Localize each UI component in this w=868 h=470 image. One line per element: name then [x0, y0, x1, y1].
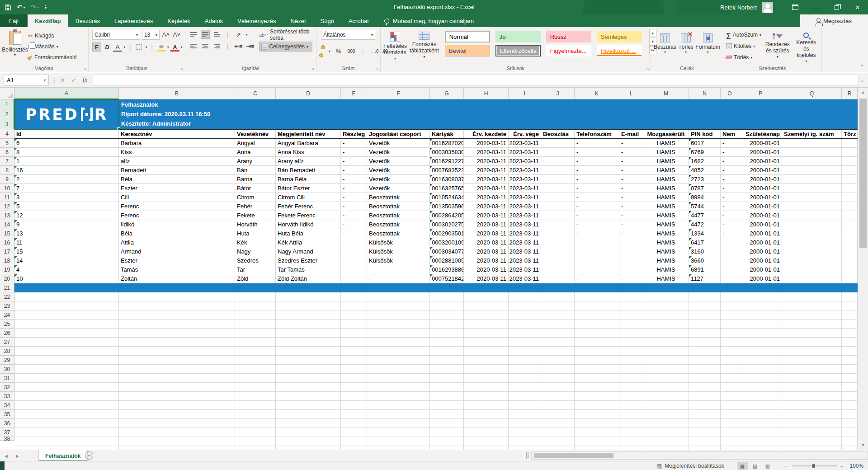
data-cell[interactable]: -: [721, 148, 739, 157]
data-cell[interactable]: Citrom: [235, 193, 276, 202]
data-cell[interactable]: Tar Tamás: [276, 265, 341, 274]
data-cell[interactable]: [782, 175, 842, 184]
data-cell[interactable]: 2023-03-11: [509, 211, 541, 220]
number-format-combo[interactable]: Általános▾: [321, 30, 375, 40]
data-cell[interactable]: Zoltán: [119, 274, 235, 283]
tab-data[interactable]: Adatok: [198, 14, 230, 27]
data-cell[interactable]: [842, 193, 858, 202]
next-sheet-icon[interactable]: ►: [15, 453, 20, 459]
data-cell[interactable]: Beosztottak: [367, 229, 430, 238]
data-cell[interactable]: Attila: [119, 238, 235, 247]
data-cell[interactable]: [782, 265, 842, 274]
data-cell[interactable]: 2023-03-11: [509, 175, 541, 184]
data-cell[interactable]: 0003035830: [430, 148, 464, 157]
data-cell[interactable]: [842, 247, 858, 256]
data-cell[interactable]: HAMIS: [643, 220, 689, 229]
column-header-D[interactable]: D: [276, 88, 341, 99]
row-header-6[interactable]: 6: [0, 148, 14, 157]
dialog-launcher-icon[interactable]: ↘: [311, 66, 315, 71]
insert-function-icon[interactable]: fx: [83, 76, 87, 84]
data-cell[interactable]: HAMIS: [643, 202, 689, 211]
row-header-7[interactable]: 7: [0, 157, 14, 166]
data-cell[interactable]: -: [341, 238, 367, 247]
sort-filter-button[interactable]: AZ Rendezés és szűrés▾: [765, 30, 790, 65]
data-cell[interactable]: [541, 175, 575, 184]
page-layout-view-icon[interactable]: ▤: [750, 462, 760, 470]
header-cell[interactable]: Telefonszám: [575, 130, 619, 138]
data-cell[interactable]: Tar: [235, 265, 276, 274]
header-cell[interactable]: Törz: [842, 130, 858, 138]
data-cell[interactable]: Angyal Barbara: [276, 139, 341, 148]
minimize-button[interactable]: —: [806, 0, 826, 14]
data-cell[interactable]: HAMIS: [643, 157, 689, 166]
data-cell[interactable]: 4472: [689, 220, 721, 229]
header-cell[interactable]: PIN kód: [689, 130, 721, 138]
data-cell[interactable]: [842, 256, 858, 265]
cell-style-7[interactable]: Figyelmezte...: [546, 45, 591, 56]
data-cell[interactable]: -: [341, 265, 367, 274]
data-cell[interactable]: [842, 148, 858, 157]
data-cell[interactable]: [842, 166, 858, 175]
merge-center-button[interactable]: ⇔Cellaegyesítés▾: [259, 42, 312, 52]
data-cell[interactable]: -: [721, 247, 739, 256]
data-cell[interactable]: HAMIS: [643, 139, 689, 148]
data-cell[interactable]: Angyal: [235, 139, 276, 148]
data-cell[interactable]: Szedres: [235, 256, 276, 265]
data-cell[interactable]: -: [721, 238, 739, 247]
header-cell[interactable]: Mozgássérült: [643, 130, 689, 138]
row-header-21[interactable]: 21: [0, 283, 14, 292]
data-cell[interactable]: Arany: [235, 157, 276, 166]
data-cell[interactable]: 9984: [689, 193, 721, 202]
data-cell[interactable]: 0016291227: [430, 157, 464, 166]
wrap-text-button[interactable]: ab↩Sortöréssel több sorba: [259, 30, 312, 40]
row-header-23[interactable]: 23: [0, 301, 14, 310]
data-cell[interactable]: Ildikó: [119, 220, 235, 229]
row-header-26[interactable]: 26: [0, 329, 14, 338]
data-cell[interactable]: 2: [14, 175, 119, 184]
table-row[interactable]: 3CiliCitromCitrom Cili-Beosztottak001052…: [14, 193, 858, 202]
data-cell[interactable]: 2000-01-01: [739, 229, 782, 238]
table-header-row[interactable]: IdKeresztnévVezetéknévMegjelenített névR…: [14, 129, 858, 139]
user-avatar[interactable]: [762, 2, 773, 13]
data-cell[interactable]: [842, 274, 858, 283]
data-cell[interactable]: [782, 157, 842, 166]
data-cell[interactable]: -: [619, 175, 643, 184]
data-cell[interactable]: -: [575, 220, 619, 229]
data-cell[interactable]: 0016308037: [430, 175, 464, 184]
data-cell[interactable]: -: [575, 247, 619, 256]
data-cell[interactable]: -: [619, 256, 643, 265]
data-cell[interactable]: -: [619, 193, 643, 202]
data-cell[interactable]: Zöld Zoltán: [276, 274, 341, 283]
row-header-1[interactable]: 1: [0, 99, 14, 109]
prev-sheet-icon[interactable]: ◄: [4, 453, 9, 459]
data-cell[interactable]: 3660: [689, 256, 721, 265]
data-cell[interactable]: HAMIS: [643, 274, 689, 283]
align-top-icon[interactable]: [189, 30, 198, 39]
data-cell[interactable]: -: [619, 265, 643, 274]
tab-insert[interactable]: Beszúrás: [68, 14, 107, 27]
data-cell[interactable]: 2020-03-11: [464, 247, 509, 256]
row-header-24[interactable]: 24: [0, 310, 14, 320]
align-middle-icon[interactable]: [201, 30, 210, 39]
table-row[interactable]: 9IldikóHorváthHorváth Ildikó-Beosztottak…: [14, 220, 858, 229]
data-cell[interactable]: 2023-03-11: [509, 193, 541, 202]
row-header-38[interactable]: 38: [0, 437, 14, 441]
data-cell[interactable]: Nagy: [235, 247, 276, 256]
data-cell[interactable]: [782, 229, 842, 238]
data-cell[interactable]: 0002864205: [430, 211, 464, 220]
data-cell[interactable]: Ferenc: [119, 211, 235, 220]
data-cell[interactable]: -: [341, 175, 367, 184]
data-cell[interactable]: 0016287020: [430, 139, 464, 148]
data-cell[interactable]: -: [721, 139, 739, 148]
scroll-up-icon[interactable]: ▲: [858, 88, 868, 97]
data-cell[interactable]: [782, 202, 842, 211]
data-cell[interactable]: [782, 220, 842, 229]
table-row[interactable]: 1alízAranyArany alíz-Vezetők001629122720…: [14, 157, 858, 166]
data-cell[interactable]: alíz: [119, 157, 235, 166]
data-cell[interactable]: -: [341, 148, 367, 157]
row-header-3[interactable]: 3: [0, 119, 14, 129]
data-cell[interactable]: 0002881005: [430, 256, 464, 265]
data-cell[interactable]: 2000-01-01: [739, 202, 782, 211]
data-cell[interactable]: 0002903501: [430, 229, 464, 238]
data-cell[interactable]: 2023-03-11: [509, 202, 541, 211]
